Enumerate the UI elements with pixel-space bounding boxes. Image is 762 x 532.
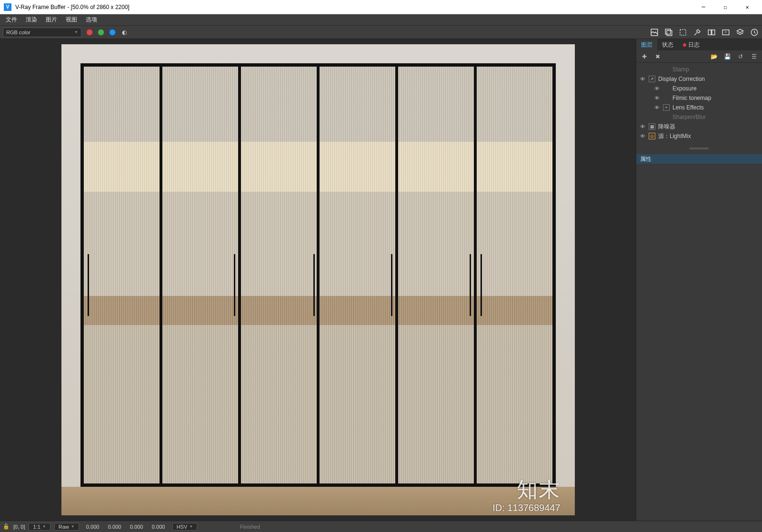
colorspace-selector[interactable]: HSV▼ — [172, 523, 198, 531]
arrow-out-icon: ↗ — [649, 76, 655, 82]
save-image-button[interactable] — [650, 28, 659, 37]
layer-source-lightmix[interactable]: 👁◎源：LightMix — [636, 131, 762, 141]
tab-layers[interactable]: 图层 — [636, 39, 657, 50]
channel-select[interactable]: RGB color ▼ — [3, 28, 81, 37]
svg-rect-2 — [667, 30, 672, 36]
render-viewport[interactable]: 知末 ID: 1137689447 — [0, 39, 636, 521]
show-history-button[interactable] — [750, 28, 759, 37]
menubar: 文件 渲染 图片 视图 选项 — [0, 14, 762, 26]
properties-panel — [636, 164, 762, 521]
chevron-down-icon: ▼ — [74, 30, 78, 34]
delete-layer-button[interactable]: ✖ — [653, 52, 662, 61]
plus-icon: + — [663, 104, 670, 111]
pick-sample-button[interactable] — [692, 28, 702, 37]
menu-view[interactable]: 视图 — [62, 14, 81, 25]
region-render-button[interactable] — [678, 28, 688, 37]
show-layers-button[interactable] — [735, 28, 745, 37]
top-toolbar: RGB color ▼ ◐ — [0, 26, 762, 39]
layer-exposure[interactable]: 👁Exposure — [636, 84, 762, 93]
pixel-values: 0.0000.0000.0000.000 — [83, 524, 169, 530]
lock-icon[interactable]: 🔓 — [3, 523, 10, 530]
render-status: Finished — [240, 524, 260, 530]
save-all-button[interactable] — [664, 28, 673, 37]
compare-button[interactable] — [707, 28, 716, 37]
tab-log[interactable]: 日志 — [678, 39, 704, 50]
window-title: V-Ray Frame Buffer - [50.0% of 2860 x 22… — [15, 4, 130, 10]
log-indicator-icon — [683, 43, 686, 47]
watermark-id: ID: 1137689447 — [492, 502, 560, 513]
titlebar: V V-Ray Frame Buffer - [50.0% of 2860 x … — [0, 0, 762, 14]
minimize-button[interactable]: ─ — [692, 0, 714, 14]
menu-file[interactable]: 文件 — [2, 14, 21, 25]
watermark-brand: 知末 — [517, 476, 561, 504]
properties-header[interactable]: 属性 — [636, 154, 762, 164]
layer-denoiser[interactable]: 👁▦降噪器 — [636, 122, 762, 131]
layer-lens-effects[interactable]: 👁+Lens Effects — [636, 103, 762, 112]
close-button[interactable]: ✕ — [736, 0, 758, 14]
layer-menu-button[interactable]: ☰ — [750, 52, 758, 61]
cursor-coords: [0, 0] — [13, 524, 25, 530]
visibility-icon[interactable]: 👁 — [653, 86, 660, 91]
add-to-history-button[interactable] — [721, 28, 731, 37]
folder-open-button[interactable]: 📂 — [710, 52, 718, 61]
panel-splitter[interactable] — [636, 146, 762, 151]
menu-render[interactable]: 渲染 — [22, 14, 41, 25]
mode-selector[interactable]: Raw▼ — [54, 523, 79, 531]
layer-sharpen-blur[interactable]: Sharpen/Blur — [636, 112, 762, 122]
visibility-icon[interactable]: 👁 — [653, 105, 660, 110]
zoom-selector[interactable]: 1:1▼ — [29, 523, 50, 531]
menu-options[interactable]: 选项 — [82, 14, 101, 25]
visibility-icon[interactable]: 👁 — [639, 124, 646, 129]
svg-rect-5 — [712, 30, 715, 35]
rendered-image: 知末 ID: 1137689447 — [61, 44, 575, 515]
tab-status[interactable]: 状态 — [657, 39, 678, 50]
statusbar: 🔓 [0, 0] 1:1▼ Raw▼ 0.0000.0000.0000.000 … — [0, 521, 762, 532]
green-channel-button[interactable] — [98, 29, 104, 36]
save-preset-button[interactable]: 💾 — [723, 52, 732, 61]
mono-channel-button[interactable]: ◐ — [120, 29, 128, 36]
svg-rect-3 — [680, 30, 686, 35]
add-layer-button[interactable]: ✚ — [640, 52, 649, 61]
grid-icon: ▦ — [649, 123, 655, 130]
red-channel-button[interactable] — [86, 29, 93, 36]
visibility-icon[interactable]: 👁 — [653, 95, 660, 101]
side-panel: 图层 状态 日志 ✚ ✖ 📂 💾 ↺ ☰ Stamp 👁↗Display Cor… — [636, 39, 762, 521]
source-icon: ◎ — [649, 133, 655, 139]
svg-rect-1 — [665, 29, 671, 34]
app-logo: V — [4, 3, 11, 11]
layer-display-correction[interactable]: 👁↗Display Correction — [636, 74, 762, 84]
maximize-button[interactable]: ☐ — [714, 0, 736, 14]
layers-toolbar: ✚ ✖ 📂 💾 ↺ ☰ — [636, 50, 762, 63]
channel-label: RGB color — [6, 30, 30, 35]
layer-list: Stamp 👁↗Display Correction 👁Exposure 👁Fi… — [636, 63, 762, 143]
blue-channel-button[interactable] — [109, 29, 116, 36]
layer-stamp[interactable]: Stamp — [636, 65, 762, 74]
revert-button[interactable]: ↺ — [736, 52, 745, 61]
menu-image[interactable]: 图片 — [42, 14, 61, 25]
visibility-icon[interactable]: 👁 — [639, 133, 646, 139]
visibility-icon[interactable]: 👁 — [639, 76, 646, 82]
svg-rect-4 — [708, 30, 711, 35]
layer-filmic-tonemap[interactable]: 👁Filmic tonemap — [636, 93, 762, 103]
